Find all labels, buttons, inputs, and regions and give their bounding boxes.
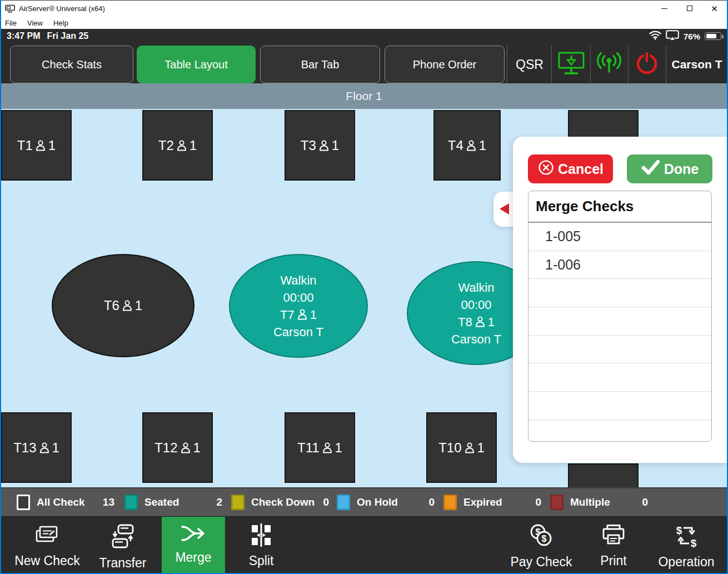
table-t1[interactable]: T11 bbox=[1, 110, 72, 181]
tab-bar-tab[interactable]: Bar Tab bbox=[260, 46, 380, 83]
minimize-button[interactable] bbox=[652, 0, 677, 17]
merge-empty-row bbox=[528, 420, 711, 442]
table-t10[interactable]: T101 bbox=[426, 412, 497, 483]
svg-text:$: $ bbox=[676, 525, 682, 536]
table-t6[interactable]: T61 bbox=[52, 254, 195, 357]
legend-label: All Check bbox=[37, 496, 85, 508]
table-name: T1 bbox=[17, 138, 33, 153]
new-check-icon bbox=[33, 523, 62, 549]
legend-count: 0 bbox=[323, 496, 329, 508]
menu-view[interactable]: View bbox=[27, 19, 43, 27]
legend-label: Expired bbox=[463, 496, 502, 508]
merge-button[interactable]: Merge bbox=[162, 517, 225, 573]
server-name: Carson T bbox=[273, 323, 323, 341]
print-icon bbox=[601, 523, 626, 549]
guest-count: 1 bbox=[52, 440, 59, 456]
table-timer: 00:00 bbox=[461, 296, 491, 313]
merge-empty-row bbox=[528, 307, 711, 336]
close-icon: ✕ bbox=[711, 4, 718, 13]
nav-divider bbox=[628, 46, 629, 83]
maximize-button[interactable] bbox=[677, 0, 702, 17]
window-controls: ✕ bbox=[652, 0, 727, 17]
svg-text:$: $ bbox=[691, 537, 697, 548]
table-t7[interactable]: Walkin00:00T71Carson T bbox=[229, 254, 368, 358]
table-timer: 00:00 bbox=[283, 289, 313, 306]
user-button[interactable]: Carson T bbox=[667, 46, 727, 83]
split-icon bbox=[248, 523, 274, 549]
split-button[interactable]: Split bbox=[225, 517, 297, 573]
legend-swatch bbox=[231, 495, 245, 510]
person-icon bbox=[466, 140, 476, 151]
guest-count: 1 bbox=[193, 440, 201, 456]
merge-check-row[interactable]: 1-006 bbox=[528, 251, 711, 279]
guest-count: 1 bbox=[332, 138, 339, 153]
table-t2[interactable]: T21 bbox=[142, 110, 213, 181]
device-status-bar: 3:47 PM Fri Jan 25 76% bbox=[0, 29, 728, 43]
person-icon bbox=[177, 140, 187, 151]
operation-button[interactable]: $$Operation bbox=[649, 517, 724, 573]
collapse-arrow-icon bbox=[500, 203, 509, 214]
screen-mirroring-icon bbox=[666, 30, 679, 43]
power-icon bbox=[634, 51, 660, 78]
close-button[interactable]: ✕ bbox=[702, 0, 727, 17]
legend-all-check[interactable]: All Check13 bbox=[17, 488, 114, 516]
menu-file[interactable]: File bbox=[5, 19, 17, 27]
broadcast-button[interactable] bbox=[592, 46, 626, 83]
legend-on-hold[interactable]: On Hold0 bbox=[337, 488, 435, 516]
cancel-icon bbox=[537, 159, 555, 179]
person-icon bbox=[465, 442, 475, 453]
toolbar-label: Print bbox=[600, 553, 626, 568]
tab-phone-order[interactable]: Phone Order bbox=[385, 46, 505, 83]
cancel-button[interactable]: Cancel bbox=[528, 154, 613, 183]
done-button[interactable]: Done bbox=[627, 154, 712, 183]
table-t12[interactable]: T121 bbox=[142, 412, 213, 483]
legend-swatch bbox=[550, 495, 564, 510]
legend-multiple[interactable]: Multiple0 bbox=[550, 488, 648, 516]
battery-icon bbox=[705, 32, 721, 40]
legend-check-down[interactable]: Check Down0 bbox=[231, 488, 329, 516]
table-t13[interactable]: T131 bbox=[1, 412, 72, 483]
new-check-button[interactable]: New Check bbox=[11, 517, 83, 573]
pay-check-button[interactable]: $$Pay Check bbox=[505, 517, 577, 573]
done-label: Done bbox=[664, 161, 699, 177]
check-status-legend: All Check13Seated2Check Down0On Hold0Exp… bbox=[0, 487, 728, 516]
guest-count: 1 bbox=[335, 440, 342, 456]
window-title: AirServer® Universal (x64) bbox=[19, 4, 105, 13]
person-icon bbox=[36, 140, 46, 151]
menu-help[interactable]: Help bbox=[53, 19, 68, 27]
transfer-button[interactable]: Transfer bbox=[87, 517, 159, 573]
person-icon bbox=[39, 442, 49, 453]
tab-check-stats[interactable]: Check Stats bbox=[10, 46, 133, 83]
qsr-button[interactable]: QSR bbox=[509, 46, 550, 83]
transfer-icon bbox=[109, 523, 137, 551]
order-type: Walkin bbox=[280, 272, 316, 289]
guest-count: 1 bbox=[477, 440, 485, 456]
top-nav: QSR Carson T Check StatsTable LayoutBar … bbox=[0, 43, 728, 83]
table-name: T12 bbox=[154, 440, 177, 456]
svg-text:$: $ bbox=[542, 534, 547, 543]
person-icon bbox=[122, 300, 132, 311]
cancel-label: Cancel bbox=[558, 161, 604, 177]
legend-expired[interactable]: Expired0 bbox=[443, 488, 541, 516]
menu-bar: FileViewHelp bbox=[0, 17, 728, 29]
merge-check-row[interactable]: 1-005 bbox=[528, 223, 711, 251]
table-t3[interactable]: T31 bbox=[285, 110, 355, 181]
legend-seated[interactable]: Seated2 bbox=[124, 488, 222, 516]
guest-count: 1 bbox=[488, 313, 495, 331]
guest-count: 1 bbox=[48, 138, 56, 153]
table-t11[interactable]: T111 bbox=[285, 412, 355, 483]
legend-label: Seated bbox=[144, 496, 179, 508]
mirrored-screen: 3:47 PM Fri Jan 25 76% QSR bbox=[0, 29, 728, 574]
print-button[interactable]: Print bbox=[577, 517, 650, 573]
tab-table-layout[interactable]: Table Layout bbox=[137, 46, 256, 83]
power-button[interactable] bbox=[630, 46, 664, 83]
clock-time: 3:47 PM bbox=[7, 31, 40, 41]
person-icon bbox=[475, 316, 485, 327]
screen-download-button[interactable] bbox=[554, 46, 589, 83]
guest-count: 1 bbox=[190, 138, 197, 153]
table-partial[interactable] bbox=[568, 463, 639, 487]
toolbar-label: Split bbox=[249, 553, 274, 568]
table-t4[interactable]: T41 bbox=[433, 110, 501, 181]
table-name: T11 bbox=[297, 440, 320, 456]
toolbar-label: Merge bbox=[175, 550, 211, 565]
